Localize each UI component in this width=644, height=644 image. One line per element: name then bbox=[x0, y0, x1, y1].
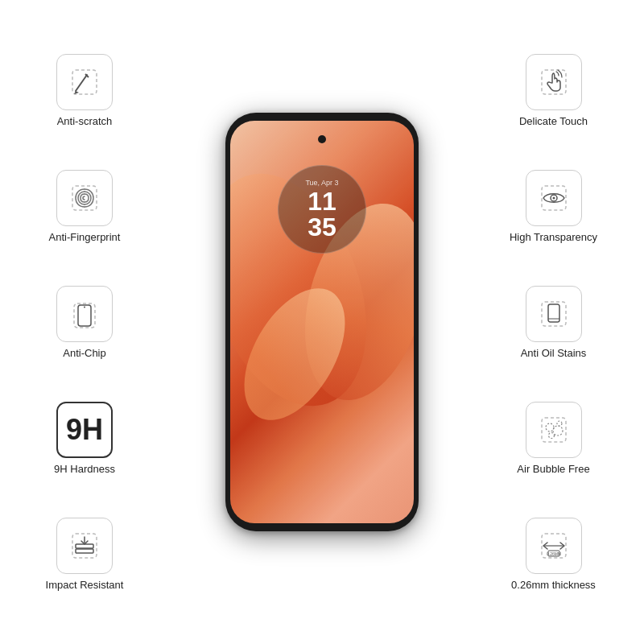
feature-delicate-touch: Delicate Touch bbox=[479, 54, 628, 127]
touch-icon bbox=[537, 65, 571, 99]
svg-rect-17 bbox=[548, 304, 559, 322]
high-transparency-icon-box bbox=[526, 170, 582, 226]
high-transparency-label: High Transparency bbox=[510, 231, 597, 243]
camera-hole bbox=[318, 135, 326, 143]
feature-anti-fingerprint: Anti-Fingerprint bbox=[16, 170, 153, 243]
feature-impact-resistant: Impact Resistant bbox=[16, 518, 153, 591]
air-bubble-label: Air Bubble Free bbox=[517, 463, 589, 475]
svg-text:0.26MM: 0.26MM bbox=[546, 551, 560, 555]
impact-resistant-label: Impact Resistant bbox=[46, 579, 124, 591]
features-left: Anti-scratch Anti-Fingerprint bbox=[16, 0, 153, 644]
fingerprint-icon bbox=[68, 181, 101, 215]
anti-oil-icon-box bbox=[526, 286, 582, 342]
transparency-icon bbox=[537, 181, 571, 215]
svg-point-15 bbox=[552, 196, 555, 199]
chip-icon bbox=[68, 297, 101, 331]
svg-point-7 bbox=[84, 306, 85, 308]
svg-rect-6 bbox=[78, 305, 91, 326]
delicate-touch-icon-box bbox=[526, 54, 582, 110]
svg-point-21 bbox=[553, 426, 563, 436]
anti-scratch-label: Anti-scratch bbox=[57, 115, 113, 127]
thickness-label: 0.26mm thickness bbox=[511, 579, 596, 591]
features-right: Delicate Touch High Transparency bbox=[479, 0, 628, 644]
feature-air-bubble: Air Bubble Free bbox=[479, 402, 628, 475]
main-container: Anti-scratch Anti-Fingerprint bbox=[0, 0, 644, 644]
clock-min: 35 bbox=[308, 213, 336, 242]
svg-point-22 bbox=[548, 432, 554, 438]
scratch-icon bbox=[68, 65, 101, 99]
impact-resistant-icon-box bbox=[56, 518, 113, 574]
phone-device: Tue, Apr 3 11 35 bbox=[225, 113, 419, 531]
feature-anti-oil: Anti Oil Stains bbox=[479, 286, 628, 359]
svg-point-20 bbox=[546, 423, 554, 431]
air-bubble-icon-box bbox=[526, 402, 582, 458]
feature-9h-hardness: 9H 9H Hardness bbox=[16, 402, 153, 475]
phone-wrapper: Tue, Apr 3 11 35 bbox=[225, 113, 419, 531]
feature-anti-chip: Anti-Chip bbox=[16, 286, 153, 359]
phone-screen: Tue, Apr 3 11 35 bbox=[230, 121, 414, 523]
9h-hardness-label: 9H Hardness bbox=[54, 463, 115, 475]
anti-fingerprint-icon-box bbox=[56, 170, 113, 226]
clock-hour: 11 bbox=[308, 187, 336, 216]
oil-icon bbox=[537, 297, 571, 331]
anti-oil-label: Anti Oil Stains bbox=[521, 347, 587, 359]
svg-line-1 bbox=[76, 75, 87, 91]
bubble-icon bbox=[537, 413, 571, 447]
svg-rect-10 bbox=[76, 549, 93, 553]
delicate-touch-label: Delicate Touch bbox=[519, 115, 588, 127]
thickness-icon: 0.26MM bbox=[537, 529, 571, 563]
impact-icon bbox=[68, 529, 101, 563]
anti-scratch-icon-box bbox=[56, 54, 113, 110]
thickness-icon-box: 0.26MM bbox=[526, 518, 582, 574]
anti-chip-icon-box bbox=[56, 286, 113, 342]
svg-rect-19 bbox=[542, 418, 566, 442]
svg-point-23 bbox=[557, 421, 562, 426]
feature-anti-scratch: Anti-scratch bbox=[16, 54, 153, 127]
clock-date: Tue, Apr 3 bbox=[305, 179, 338, 187]
clock-widget: Tue, Apr 3 11 35 bbox=[278, 165, 366, 254]
anti-chip-label: Anti-Chip bbox=[63, 347, 105, 359]
anti-fingerprint-label: Anti-Fingerprint bbox=[49, 231, 121, 243]
9h-hardness-icon-box: 9H bbox=[56, 402, 113, 458]
feature-thickness: 0.26MM 0.26mm thickness bbox=[479, 518, 628, 591]
clock-time: 11 35 bbox=[308, 188, 336, 240]
feature-high-transparency: High Transparency bbox=[479, 170, 628, 243]
9h-text: 9H bbox=[66, 413, 103, 447]
